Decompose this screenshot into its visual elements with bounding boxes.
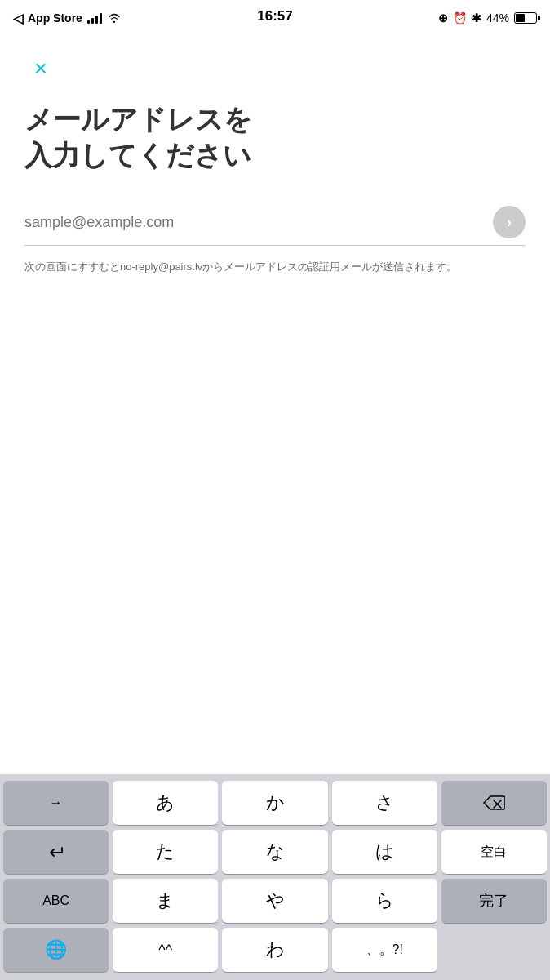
email-input[interactable]	[24, 214, 493, 231]
email-input-row: ›	[24, 206, 526, 246]
keyboard-row-3: ABC ま や ら 完了	[3, 879, 547, 923]
key-return[interactable]	[3, 830, 109, 874]
key-ka[interactable]: か	[222, 781, 327, 825]
app-store-label: App Store	[28, 11, 82, 24]
key-na[interactable]: な	[222, 830, 327, 874]
keyboard-row-1: → あ か さ	[3, 781, 547, 825]
key-sa[interactable]: さ	[332, 781, 437, 825]
key-ya[interactable]: や	[222, 879, 327, 923]
key-wa[interactable]: わ	[222, 928, 327, 972]
key-ra[interactable]: ら	[332, 879, 437, 923]
location-icon: ⊕	[438, 11, 448, 24]
helper-text: 次の画面にすすむとno-reply@pairs.lvからメールアドレスの認証用メ…	[24, 259, 526, 276]
close-button[interactable]: ×	[24, 52, 57, 85]
return-icon	[47, 844, 65, 859]
status-bar: ◁ App Store 16:57 ⊕ ⏰ ✱ 44%	[0, 0, 550, 36]
status-time: 16:57	[257, 8, 292, 24]
signal-icon	[87, 12, 102, 24]
key-punctuation-1[interactable]: ^^	[113, 928, 218, 972]
submit-button[interactable]: ›	[493, 206, 526, 238]
main-content: × メールアドレスを入力してください › 次の画面にすすむとno-reply@p…	[0, 36, 550, 276]
alarm-icon: ⏰	[453, 11, 467, 24]
key-a[interactable]: あ	[113, 781, 218, 825]
key-done[interactable]: 完了	[441, 879, 547, 923]
close-icon: ×	[34, 57, 47, 80]
wifi-icon	[107, 12, 122, 24]
key-abc[interactable]: ABC	[3, 879, 109, 923]
key-arrow[interactable]: →	[3, 781, 109, 825]
key-punctuation-2[interactable]: 、。?!	[332, 928, 437, 972]
key-delete[interactable]	[441, 781, 547, 825]
key-globe[interactable]: 🌐	[3, 928, 109, 972]
key-ma[interactable]: ま	[113, 879, 218, 923]
key-empty	[441, 928, 547, 972]
page-title: メールアドレスを入力してください	[24, 101, 526, 173]
input-section: › 次の画面にすすむとno-reply@pairs.lvからメールアドレスの認証…	[24, 206, 526, 276]
delete-icon	[482, 795, 505, 811]
key-ha[interactable]: は	[332, 830, 437, 874]
key-ta[interactable]: た	[113, 830, 218, 874]
arrow-icon: ›	[507, 214, 512, 231]
battery-icon	[514, 12, 537, 24]
keyboard-row-4: 🌐 ^^ わ 、。?!	[3, 928, 547, 972]
keyboard: → あ か さ た な は 空白 ABC ま や ら 完了	[0, 774, 550, 980]
key-space[interactable]: 空白	[441, 830, 547, 874]
battery-percent: 44%	[486, 11, 509, 24]
keyboard-row-2: た な は 空白	[3, 830, 547, 874]
back-icon: ◁	[13, 11, 23, 26]
bluetooth-icon: ✱	[472, 11, 481, 24]
status-right: ⊕ ⏰ ✱ 44%	[438, 11, 537, 24]
status-left: ◁ App Store	[13, 11, 122, 26]
